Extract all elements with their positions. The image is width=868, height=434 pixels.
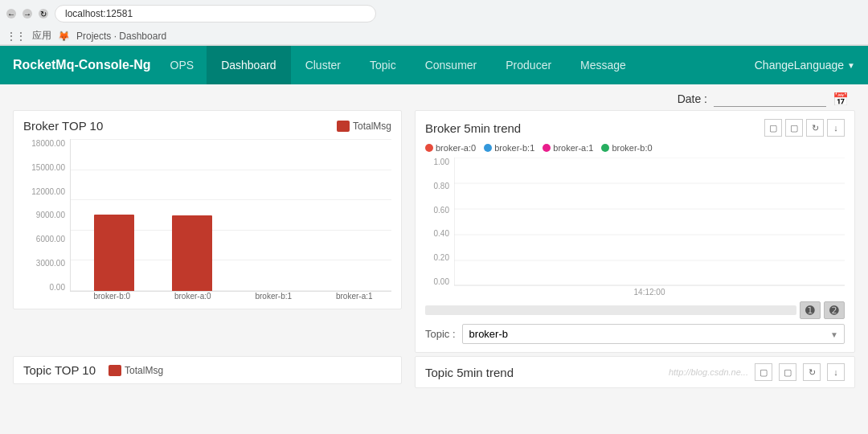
topic-select-row: Topic : broker-a broker-b broker-c ▼ bbox=[425, 324, 845, 344]
nav-cluster[interactable]: Cluster bbox=[291, 46, 355, 84]
line-chart-area: 1.00 0.80 0.60 0.40 0.20 0.00 bbox=[425, 158, 845, 286]
url-bar[interactable]: localhost:12581 bbox=[55, 5, 376, 23]
bookmark-apps[interactable]: 应用 bbox=[32, 29, 51, 43]
y-label-3: 9000.00 bbox=[36, 211, 65, 219]
line-y-0: 1.00 bbox=[434, 158, 449, 166]
chart-actions: ▢ ▢ ↻ ↓ bbox=[764, 119, 845, 137]
y-label-5: 3000.00 bbox=[36, 259, 65, 268]
topic-action-refresh[interactable]: ↻ bbox=[803, 363, 821, 381]
topic-trend-title: Topic 5min trend bbox=[425, 366, 514, 379]
trend-legend: broker-a:0 broker-b:1 broker-a:1 broker-… bbox=[425, 143, 845, 153]
action-refresh[interactable]: ↻ bbox=[806, 119, 824, 137]
line-chart-svg-wrap bbox=[454, 158, 845, 286]
line-y-4: 0.20 bbox=[434, 253, 449, 262]
bar-broker-a-1 bbox=[312, 139, 383, 291]
x-axis: broker-b:0 broker-a:0 broker-b:1 broker-… bbox=[23, 292, 391, 301]
y-label-6: 0.00 bbox=[50, 283, 65, 292]
y-label-0: 18000.00 bbox=[31, 139, 65, 148]
y-axis: 18000.00 15000.00 12000.00 9000.00 6000.… bbox=[23, 139, 70, 292]
action-download[interactable]: ↓ bbox=[827, 119, 845, 137]
back-button[interactable]: ← bbox=[6, 9, 16, 18]
topic-select-wrap: broker-a broker-b broker-c ▼ bbox=[462, 324, 845, 344]
label-broker-a0: broker-a:0 bbox=[436, 143, 476, 153]
broker-trend-panel: Broker 5min trend ▢ ▢ ↻ ↓ broker-a:0 bbox=[408, 107, 862, 356]
date-input[interactable] bbox=[714, 91, 826, 107]
topic-trend-header: Topic 5min trend http://blog.csdn.ne... … bbox=[415, 356, 855, 388]
topic-trend-panel: Topic 5min trend http://blog.csdn.ne... … bbox=[408, 356, 862, 388]
nav-message[interactable]: Message bbox=[566, 46, 641, 84]
apps-icon: ⋮⋮ bbox=[6, 31, 26, 42]
nav-topic[interactable]: Topic bbox=[355, 46, 411, 84]
nav-links: Dashboard Cluster Topic Consumer Produce… bbox=[207, 46, 755, 84]
date-label: Date : bbox=[678, 92, 707, 105]
topic-action-download[interactable]: ↓ bbox=[827, 363, 845, 381]
topic-top10-panel: Topic TOP 10 TotalMsg bbox=[6, 356, 408, 388]
broker-top10-legend: TotalMsg bbox=[337, 121, 391, 132]
bottom-row: Topic TOP 10 TotalMsg Topic 5min trend h… bbox=[0, 356, 868, 388]
topic-top10-title: Topic TOP 10 bbox=[23, 363, 96, 377]
bar-broker-b-0-rect bbox=[94, 215, 134, 291]
scrollbar-track[interactable] bbox=[425, 305, 796, 315]
dot-broker-a0 bbox=[425, 144, 433, 152]
bar-broker-b-1 bbox=[235, 139, 306, 291]
brand-logo: RocketMq-Console-Ng bbox=[13, 58, 151, 72]
legend-box-red bbox=[337, 121, 350, 132]
y-label-4: 6000.00 bbox=[36, 235, 65, 244]
topic-legend-box bbox=[108, 365, 121, 376]
x-label-2: broker-b:1 bbox=[236, 292, 311, 301]
broker-top10-panel: Broker TOP 10 TotalMsg 18000.00 15000.00… bbox=[6, 107, 408, 356]
watermark: http://blog.csdn.ne... bbox=[669, 367, 748, 377]
topic-label: Topic : bbox=[425, 328, 456, 340]
action-share[interactable]: ▢ bbox=[785, 119, 803, 137]
bar-broker-a-0 bbox=[157, 139, 228, 291]
dot-broker-a1 bbox=[542, 144, 551, 152]
dot-broker-b0 bbox=[601, 144, 609, 152]
dot-broker-b1 bbox=[484, 144, 492, 152]
refresh-button[interactable]: ↻ bbox=[39, 9, 48, 18]
x-label-3: broker-a:1 bbox=[317, 292, 392, 301]
line-chart-svg bbox=[454, 158, 845, 286]
y-label-2: 12000.00 bbox=[31, 187, 65, 196]
topic-select[interactable]: broker-a broker-b broker-c bbox=[462, 324, 845, 344]
broker-trend-title: Broker 5min trend bbox=[425, 121, 521, 135]
firefox-icon: 🦊 bbox=[58, 31, 70, 42]
navbar: RocketMq-Console-Ng OPS Dashboard Cluste… bbox=[0, 46, 868, 84]
action-save[interactable]: ▢ bbox=[764, 119, 782, 137]
calendar-icon[interactable]: 📅 bbox=[833, 92, 849, 107]
broker-top10-title: Broker TOP 10 bbox=[23, 119, 103, 133]
legend-broker-b1: broker-b:1 bbox=[484, 143, 534, 153]
legend-broker-a0: broker-a:0 bbox=[425, 143, 476, 153]
topic-top10-header: Topic TOP 10 TotalMsg bbox=[13, 356, 402, 384]
legend-broker-a1: broker-a:1 bbox=[542, 143, 593, 153]
scroll-right-button[interactable]: ➋ bbox=[824, 301, 845, 319]
topic-action-save[interactable]: ▢ bbox=[755, 363, 772, 381]
change-language-button[interactable]: ChangeLanguage bbox=[755, 59, 855, 72]
nav-producer[interactable]: Producer bbox=[491, 46, 566, 84]
label-broker-b1: broker-b:1 bbox=[494, 143, 534, 153]
x-time-label: 14:12:00 bbox=[425, 288, 845, 297]
browser-chrome: ← → ↻ localhost:12581 ⋮⋮ 应用 🦊 Projects ·… bbox=[0, 0, 868, 46]
topic-action-share[interactable]: ▢ bbox=[779, 363, 796, 381]
ops-link[interactable]: OPS bbox=[170, 59, 194, 72]
legend-broker-b0: broker-b:0 bbox=[601, 143, 652, 153]
y-label-1: 15000.00 bbox=[31, 163, 65, 172]
topic-trend-right: http://blog.csdn.ne... ▢ ▢ ↻ ↓ bbox=[669, 363, 845, 381]
bar-broker-b-0 bbox=[79, 139, 150, 291]
legend-totalmsg: TotalMsg bbox=[353, 121, 391, 132]
nav-consumer[interactable]: Consumer bbox=[411, 46, 492, 84]
line-y-axis: 1.00 0.80 0.60 0.40 0.20 0.00 bbox=[425, 158, 454, 286]
label-broker-a1: broker-a:1 bbox=[553, 143, 593, 153]
nav-dashboard[interactable]: Dashboard bbox=[207, 46, 291, 84]
bookmark-projects[interactable]: Projects · Dashboard bbox=[76, 31, 166, 42]
bars-area bbox=[70, 139, 391, 292]
line-y-5: 0.00 bbox=[434, 277, 449, 286]
broker-barchart: 18000.00 15000.00 12000.00 9000.00 6000.… bbox=[23, 139, 391, 292]
date-bar: Date : 📅 bbox=[0, 84, 868, 107]
forward-button[interactable]: → bbox=[23, 9, 32, 18]
chart-scrollbar: ➊ ➋ bbox=[425, 301, 845, 319]
label-broker-b0: broker-b:0 bbox=[612, 143, 652, 153]
bar-broker-a-0-rect bbox=[172, 215, 212, 291]
line-y-2: 0.60 bbox=[434, 206, 449, 215]
scroll-left-button[interactable]: ➊ bbox=[800, 301, 821, 319]
x-label-0: broker-b:0 bbox=[75, 292, 149, 301]
